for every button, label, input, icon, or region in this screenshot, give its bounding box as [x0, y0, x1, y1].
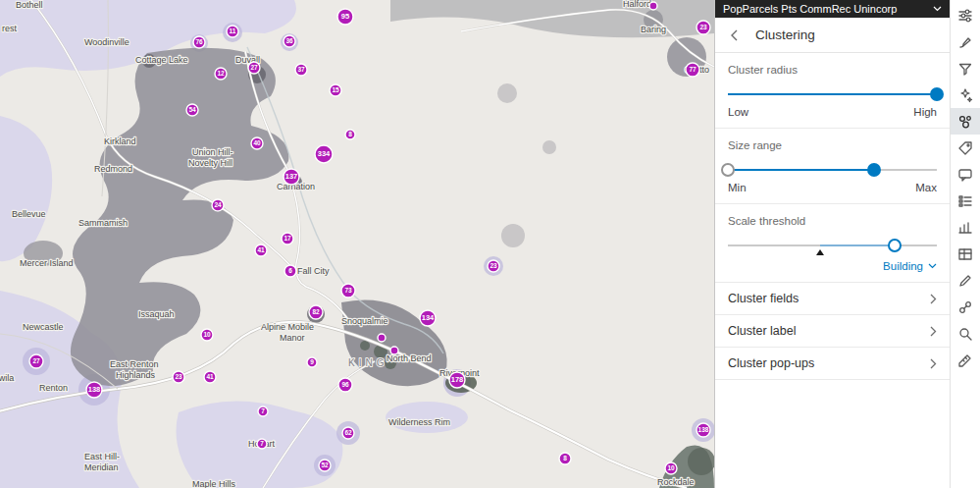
size-range-max-handle[interactable]	[867, 163, 881, 177]
share-tool-button[interactable]	[951, 294, 980, 320]
cluster-marker[interactable]: 137	[284, 169, 299, 185]
chevron-down-icon[interactable]	[933, 6, 942, 12]
popups-tool-button[interactable]	[951, 161, 980, 188]
cluster-marker[interactable]: 41	[255, 244, 267, 256]
size-range-slider[interactable]	[728, 163, 937, 177]
cluster-label-row[interactable]: Cluster label	[715, 315, 950, 348]
cluster-marker[interactable]: 54	[186, 104, 198, 116]
fields-icon	[957, 193, 973, 209]
cluster-marker[interactable]: 62	[342, 427, 354, 439]
measure-icon	[957, 352, 973, 368]
cluster-marker[interactable]: 6	[284, 265, 296, 277]
scale-threshold-handle[interactable]	[888, 239, 902, 252]
back-button[interactable]	[726, 27, 742, 43]
cluster-count-label: 27	[32, 357, 40, 364]
table-tool-button[interactable]	[951, 241, 980, 267]
cluster-marker[interactable]: 23	[696, 21, 710, 34]
size-min-label: Min	[728, 182, 747, 193]
scale-level-selector[interactable]: Building	[728, 260, 937, 272]
layer-title: PopParcels Pts CommRec Unincorp	[723, 3, 897, 15]
cluster-marker[interactable]	[390, 347, 398, 354]
cluster-marker[interactable]: 41	[204, 371, 216, 383]
cluster-marker[interactable]: 334	[315, 145, 333, 163]
properties-tool-button[interactable]	[951, 2, 980, 28]
cluster-marker[interactable]: 10	[201, 329, 213, 341]
cluster-marker[interactable]: 52	[319, 460, 331, 471]
cluster-marker[interactable]: 73	[341, 284, 355, 298]
cluster-marker[interactable]: 8	[345, 130, 355, 139]
cluster-marker[interactable]: 138	[696, 423, 710, 437]
cluster-count-label: 82	[312, 308, 320, 315]
chevron-down-icon	[928, 263, 937, 269]
filter-tool-button[interactable]	[951, 55, 980, 81]
cluster-popups-row[interactable]: Cluster pop-ups	[715, 348, 950, 380]
cluster-marker[interactable]: 23	[173, 371, 184, 383]
cluster-marker[interactable]: 27	[29, 354, 43, 368]
cluster-marker[interactable]: 40	[251, 137, 263, 149]
cluster-marker[interactable]: 7	[258, 407, 268, 416]
cluster-count-label: 36	[285, 37, 293, 44]
styles-tool-button[interactable]	[951, 28, 980, 55]
cluster-count-label: 23	[699, 24, 707, 30]
cluster-fields-row[interactable]: Cluster fields	[715, 283, 950, 315]
cluster-marker[interactable]: 77	[686, 63, 699, 77]
size-range-min-handle[interactable]	[721, 163, 735, 177]
cluster-count-label: 7	[261, 407, 265, 414]
edit-tool-button[interactable]	[951, 267, 980, 294]
cluster-marker[interactable]: 134	[420, 310, 436, 326]
cluster-count-label: 15	[332, 86, 339, 93]
labels-tool-button[interactable]	[951, 135, 980, 161]
cluster-marker[interactable]: 9	[307, 357, 317, 367]
cluster-marker[interactable]: 37	[295, 64, 307, 76]
cluster-radius-slider[interactable]	[728, 87, 937, 101]
cluster-count-label: 41	[257, 246, 265, 253]
cluster-marker[interactable]	[378, 334, 386, 342]
cluster-marker[interactable]: 76	[193, 36, 205, 48]
cluster-marker-circle[interactable]	[390, 347, 398, 354]
map-label: Bothell	[16, 0, 43, 10]
layer-header[interactable]: PopParcels Pts CommRec Unincorp	[715, 0, 950, 18]
cluster-radius-handle[interactable]	[930, 87, 944, 101]
clustering-tool-button[interactable]	[951, 108, 980, 135]
cluster-marker[interactable]: 178	[449, 372, 465, 388]
measure-tool-button[interactable]	[951, 347, 980, 373]
cluster-count-label: 27	[250, 64, 258, 71]
cluster-marker[interactable]: 15	[330, 84, 341, 96]
fields-tool-button[interactable]	[951, 188, 980, 214]
cluster-marker[interactable]	[649, 2, 657, 10]
cluster-count-label: 11	[230, 27, 236, 34]
cluster-marker[interactable]: 11	[227, 26, 238, 37]
cluster-marker[interactable]: 12	[215, 68, 227, 80]
cluster-count-label: 8	[348, 131, 352, 137]
cluster-marker[interactable]: 7	[257, 439, 267, 449]
map-label: Baring	[641, 25, 666, 34]
map-canvas[interactable]: restBothellWoodinvilleCottage LakeDuvall…	[0, 0, 714, 488]
cluster-marker[interactable]: 27	[248, 62, 260, 74]
cluster-count-label: 10	[203, 331, 211, 338]
cluster-marker[interactable]: 10	[665, 462, 677, 474]
cluster-count-label: 17	[284, 235, 291, 242]
cluster-marker[interactable]: 23	[488, 260, 499, 272]
search-tool-button[interactable]	[951, 320, 980, 347]
search-icon	[957, 326, 973, 342]
cluster-marker[interactable]: 17	[282, 233, 293, 244]
cluster-marker[interactable]: 96	[338, 378, 352, 392]
cluster-marker[interactable]: 36	[284, 35, 295, 47]
effects-tool-button[interactable]	[951, 81, 980, 108]
chevron-right-icon	[930, 358, 937, 369]
cluster-marker-circle[interactable]	[378, 334, 386, 342]
map-view[interactable]: restBothellWoodinvilleCottage LakeDuvall…	[0, 0, 714, 488]
cluster-marker[interactable]: 82	[309, 305, 323, 319]
charts-tool-button[interactable]	[951, 214, 980, 241]
cluster-marker[interactable]: 138	[86, 382, 102, 398]
scale-threshold-slider[interactable]	[728, 239, 937, 252]
cluster-marker-circle[interactable]	[649, 2, 657, 10]
cluster-count-label: 95	[341, 12, 349, 21]
cluster-marker[interactable]: 8	[559, 453, 571, 464]
cluster-marker[interactable]: 24	[212, 199, 224, 211]
cluster-marker[interactable]: 95	[337, 9, 353, 25]
cluster-radius-section: Cluster radius Low High	[715, 53, 950, 129]
size-range-section: Size range Min Max	[715, 129, 950, 204]
cluster-count-label: 138	[88, 385, 101, 394]
cluster-count-label: 24	[214, 201, 222, 208]
